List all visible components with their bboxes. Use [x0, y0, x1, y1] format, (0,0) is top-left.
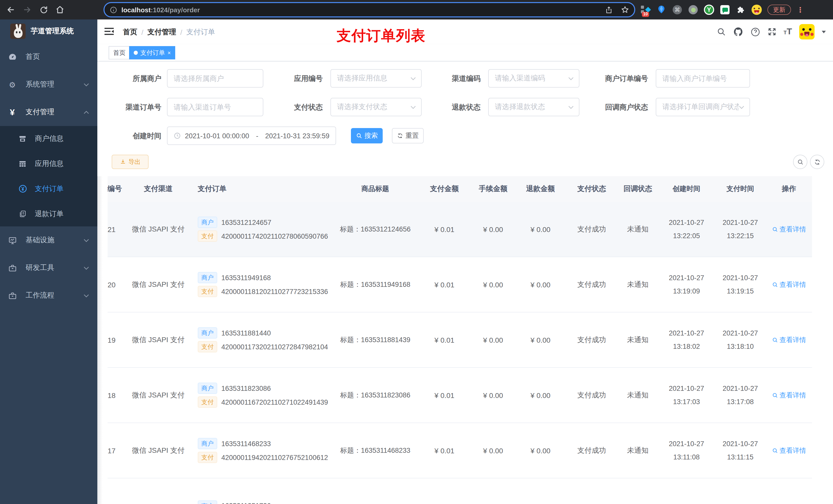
chevron-down-icon [84, 294, 89, 297]
filter-label-channel-order-no: 渠道订单号 [108, 98, 161, 116]
table-row[interactable]: 商户 1635311351726 支付 标题： 查看详情 [108, 478, 812, 504]
orders-table: 编号 支付渠道 支付订单 商品标题 支付金额 手续金额 退款金额 支付状态 回调… [108, 176, 812, 504]
col-channel: 支付渠道 [126, 184, 191, 194]
table-row[interactable]: 21 微信 JSAPI 支付 商户 1635312124657 支付 42000… [108, 202, 812, 257]
pay-order-no: 4200001181202110277723215336 [221, 288, 328, 295]
font-size-icon[interactable]: TT [784, 27, 792, 37]
view-detail-link[interactable]: 查看详情 [772, 390, 806, 400]
view-detail-link[interactable]: 查看详情 [772, 224, 806, 234]
help-icon[interactable] [750, 27, 760, 37]
sidebar-toggle-icon[interactable] [104, 27, 114, 36]
view-detail-link[interactable]: 查看详情 [772, 446, 806, 455]
grid-icon [18, 160, 27, 168]
browser-menu-icon[interactable]: ⋮ [796, 6, 804, 14]
home-icon[interactable] [53, 3, 67, 16]
browser-update-button[interactable]: 更新 [767, 5, 791, 15]
col-notify: 回调状态 [617, 184, 658, 194]
channel-code-select[interactable]: 请输入渠道编码 [488, 69, 579, 88]
pay-tag: 支付 [198, 231, 217, 242]
filter-label-pay-status: 支付状态 [266, 98, 323, 116]
filter-label-app-id: 应用编号 [266, 69, 323, 88]
pay-status: 支付成功 [566, 446, 617, 455]
puzzle-extensions-icon[interactable] [736, 5, 746, 15]
breadcrumb-pay[interactable]: 支付管理 [147, 28, 176, 37]
back-icon[interactable] [4, 3, 18, 16]
sidebar-item-dev-tools[interactable]: 研发工具 [0, 254, 97, 282]
chevron-down-icon [568, 77, 574, 80]
refund-status-select[interactable]: 请选择退款状态 [488, 98, 579, 116]
balloon-extension-icon[interactable] [656, 5, 667, 15]
sidebar-item-home[interactable]: 首页 [0, 43, 97, 71]
reload-icon[interactable] [37, 3, 50, 16]
tags-view-bar: 首页 支付订单 × [97, 44, 833, 62]
view-detail-link[interactable]: 查看详情 [772, 280, 806, 289]
export-button[interactable]: 导出 [112, 155, 148, 169]
notify-status-select[interactable]: 请选择订单回调商户状态 [656, 98, 750, 116]
notify-status: 未通知 [617, 390, 658, 400]
search-icon[interactable] [716, 27, 726, 37]
github-icon[interactable] [733, 27, 743, 37]
table-row[interactable]: 18 微信 JSAPI 支付 商户 1635311823086 支付 42000… [108, 368, 812, 423]
pay-order-no: 4200001194202110276752100612 [221, 454, 328, 461]
col-refund: 退款金额 [515, 184, 566, 194]
avatar-caret-icon[interactable] [822, 30, 826, 33]
forward-icon[interactable] [21, 3, 34, 16]
command-extension-icon[interactable]: ⌘ [672, 5, 682, 15]
avatar[interactable] [799, 24, 814, 40]
filter-row-3: 创建时间 2021-10-01 00:00:00 - 2021-10-31 23… [97, 126, 833, 145]
sidebar-item-system[interactable]: ⚙ 系统管理 [0, 71, 97, 98]
merchant-tag: 商户 [198, 383, 217, 394]
table-row[interactable]: 20 微信 JSAPI 支付 商户 1635311949168 支付 42000… [108, 257, 812, 312]
view-detail-link[interactable]: 查看详情 [772, 335, 806, 344]
reset-button[interactable]: 重置 [392, 128, 424, 143]
sidebar-item-infra[interactable]: 基础设施 [0, 226, 97, 254]
col-fee: 手续金额 [471, 184, 515, 194]
refresh-button[interactable] [810, 155, 824, 169]
chat-extension-icon[interactable] [720, 5, 730, 15]
extension-icon-1[interactable]: 10 [640, 5, 651, 15]
pay-tag: 支付 [198, 341, 217, 352]
pay-status-select[interactable]: 请选择支付状态 [330, 98, 422, 116]
merchant-input[interactable] [167, 69, 263, 88]
pay-tag: 支付 [198, 286, 217, 297]
pay-submenu: 商户信息 应用信息 支付订单 [0, 126, 97, 226]
storefront-icon [18, 135, 27, 143]
table-row[interactable]: 17 微信 JSAPI 支付 商户 1635311468233 支付 42000… [108, 423, 812, 478]
active-dot [134, 51, 138, 55]
emoji-profile-icon[interactable] [752, 5, 762, 15]
breadcrumb-home[interactable]: 首页 [123, 28, 137, 37]
date-range-picker[interactable]: 2021-10-01 00:00:00 - 2021-10-31 23:59:5… [167, 126, 336, 145]
col-pay-time: 支付时间 [715, 184, 766, 194]
app-id-select[interactable]: 请选择应用信息 [330, 69, 422, 88]
address-bar[interactable]: localhost:1024/pay/order [103, 2, 635, 18]
search-button[interactable]: 搜索 [351, 128, 383, 143]
sidebar-item-merchant-info[interactable]: 商户信息 [0, 126, 97, 151]
tag-home[interactable]: 首页 [109, 46, 130, 59]
app-logo-bar[interactable]: 芋道管理系统 [0, 20, 97, 43]
sidebar-item-pay-order[interactable]: 支付订单 [0, 176, 97, 201]
y-logo-extension-icon[interactable]: Y [704, 5, 714, 15]
record-extension-icon[interactable] [688, 5, 698, 15]
table-body: 21 微信 JSAPI 支付 商户 1635312124657 支付 42000… [108, 202, 812, 504]
site-info-icon[interactable] [110, 6, 117, 14]
tag-pay-order[interactable]: 支付订单 × [129, 46, 175, 59]
toggle-search-button[interactable] [793, 155, 807, 169]
pay-tag: 支付 [198, 397, 217, 408]
close-icon[interactable]: × [168, 50, 171, 55]
yen-icon: ¥ [7, 108, 18, 117]
merchant-tag: 商户 [198, 272, 217, 283]
channel-order-no-input[interactable] [167, 98, 263, 116]
sidebar-item-pay[interactable]: ¥ 支付管理 [0, 98, 97, 126]
sidebar-item-refund-order[interactable]: 退款订单 [0, 201, 97, 226]
notify-status: 未通知 [617, 280, 658, 289]
browser-toolbar: localhost:1024/pay/order 10 ⌘ Y [0, 0, 833, 20]
fullscreen-icon[interactable] [767, 27, 777, 37]
table-row[interactable]: 19 微信 JSAPI 支付 商户 1635311881440 支付 42000… [108, 312, 812, 368]
sidebar-item-app-info[interactable]: 应用信息 [0, 151, 97, 176]
share-icon[interactable] [605, 6, 613, 14]
sidebar-item-workflow[interactable]: 工作流程 [0, 282, 97, 309]
merchant-order-no: 1635311468233 [221, 440, 271, 448]
merchant-order-no-input[interactable] [656, 69, 750, 88]
bookmark-star-icon[interactable] [621, 6, 629, 14]
pay-order-no: 4200001173202110272847982104 [221, 343, 328, 351]
